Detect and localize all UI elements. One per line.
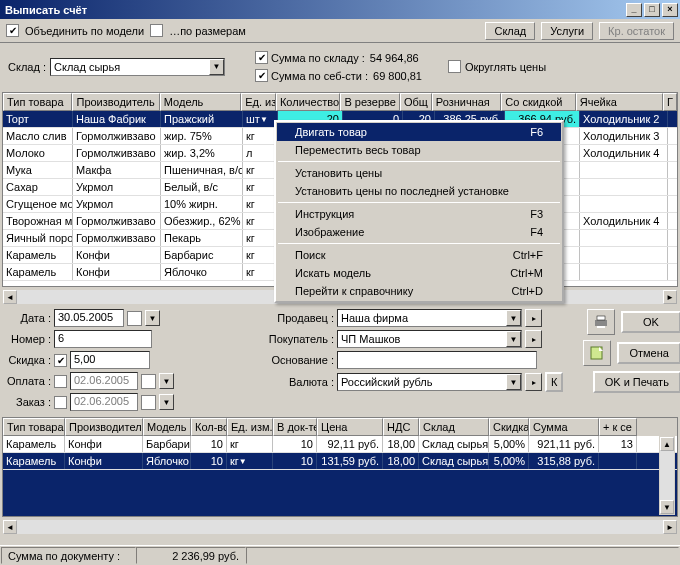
cell: кг	[243, 162, 278, 178]
col-header[interactable]: Розничная	[432, 93, 501, 111]
print-icon-button[interactable]	[587, 309, 615, 335]
col-header[interactable]: Скидка	[489, 418, 529, 436]
col-header[interactable]: Ячейка	[576, 93, 663, 111]
osnov-input[interactable]	[337, 351, 537, 369]
valuta-combo[interactable]: Российский рубль▼	[337, 373, 522, 391]
sum-sklad-value: 54 964,86	[370, 52, 419, 64]
tab-kr-ostatok[interactable]: Кр. остаток	[599, 22, 674, 40]
col-header[interactable]: Производитель	[72, 93, 159, 111]
col-header[interactable]: Общ	[400, 93, 432, 111]
menu-separator	[278, 161, 560, 162]
col-header[interactable]: В док-те	[273, 418, 317, 436]
col-header[interactable]: Ед. изм	[241, 93, 276, 111]
sklad-combo[interactable]: Склад сырья ▼	[50, 58, 225, 76]
col-header[interactable]: + к се	[599, 418, 637, 436]
hscroll-left-icon[interactable]: ◄	[3, 290, 17, 304]
col-header[interactable]: Кол-во	[191, 418, 227, 436]
cancel-button[interactable]: Отмена	[617, 342, 680, 364]
col-header[interactable]: Тип товара	[3, 93, 72, 111]
cell: Карамель	[3, 264, 73, 280]
valuta-lookup-icon[interactable]: ▸	[525, 373, 542, 391]
menu-item[interactable]: Двигать товарF6	[277, 123, 561, 141]
doc-lines-grid[interactable]: Тип товараПроизводительМодельКол-воЕд. и…	[2, 417, 678, 517]
col-header[interactable]: Со скидкой	[501, 93, 575, 111]
menu-item[interactable]: ПоискCtrl+F	[277, 246, 561, 264]
table-row[interactable]: КарамельКонфиБарбарис10кг1092,11 руб.18,…	[3, 436, 677, 453]
menu-item-label: Инструкция	[295, 208, 512, 220]
zakaz-picker-icon[interactable]	[141, 395, 156, 410]
zakaz-input[interactable]: 02.06.2005	[70, 393, 138, 411]
menu-item[interactable]: ИзображениеF4	[277, 223, 561, 241]
tab-uslugi[interactable]: Услуги	[541, 22, 593, 40]
prodavec-combo[interactable]: Наша фирма▼	[337, 309, 522, 327]
date-drop-icon[interactable]: ▼	[145, 310, 160, 326]
prodavec-drop-icon[interactable]: ▼	[506, 310, 521, 326]
cell: 10	[273, 436, 317, 452]
sum-sklad-checkbox[interactable]: ✔	[255, 51, 268, 64]
col-header[interactable]: Сумма	[529, 418, 599, 436]
oplata-drop-icon[interactable]: ▼	[159, 373, 174, 389]
cell: кг	[243, 128, 278, 144]
col-header[interactable]: Склад	[419, 418, 489, 436]
menu-item[interactable]: ИнструкцияF3	[277, 205, 561, 223]
hscroll-right-icon[interactable]: ►	[663, 290, 677, 304]
menu-item[interactable]: Искать модельCtrl+M	[277, 264, 561, 282]
cell	[599, 453, 637, 469]
col-header[interactable]: В резерве	[340, 93, 400, 111]
round-prices-checkbox[interactable]	[448, 60, 461, 73]
table-row[interactable]: КарамельКонфиЯблочко10кг ▼10131,59 руб.1…	[3, 453, 677, 470]
prodavec-lookup-icon[interactable]: ▸	[525, 309, 542, 327]
nomer-input[interactable]: 6	[54, 330, 152, 348]
col-header-extra[interactable]: Г	[663, 93, 677, 111]
zakaz-drop-icon[interactable]: ▼	[159, 394, 174, 410]
sum-seb-checkbox[interactable]: ✔	[255, 69, 268, 82]
valuta-drop-icon[interactable]: ▼	[506, 374, 521, 390]
by-sizes-checkbox[interactable]	[150, 24, 163, 37]
cell: 131,59 руб.	[317, 453, 383, 469]
ok-print-button[interactable]: OK и Печать	[593, 371, 680, 393]
oplata-checkbox[interactable]	[54, 375, 67, 388]
maximize-button[interactable]: □	[644, 3, 660, 17]
cell: л	[243, 145, 278, 161]
cell: Мука	[3, 162, 73, 178]
date-input[interactable]: 30.05.2005	[54, 309, 124, 327]
close-button[interactable]: ×	[662, 3, 678, 17]
vscroll-down-icon[interactable]: ▼	[660, 500, 674, 514]
pokup-drop-icon[interactable]: ▼	[506, 331, 521, 347]
merge-by-model-checkbox[interactable]: ✔	[6, 24, 19, 37]
col-header[interactable]: Цена	[317, 418, 383, 436]
zakaz-checkbox[interactable]	[54, 396, 67, 409]
context-menu[interactable]: Двигать товарF6Переместить весь товарУст…	[274, 120, 564, 303]
menu-item[interactable]: Установить цены	[277, 164, 561, 182]
tab-sklad[interactable]: Склад	[485, 22, 535, 40]
k-button[interactable]: К	[545, 372, 563, 392]
sheet-icon-button[interactable]	[583, 340, 611, 366]
col-header[interactable]: Модель	[143, 418, 191, 436]
skidka-input[interactable]: 5,00	[70, 351, 150, 369]
doc-lines-body[interactable]: КарамельКонфиБарбарис10кг1092,11 руб.18,…	[3, 436, 677, 516]
col-header[interactable]: Количество	[276, 93, 341, 111]
oplata-input[interactable]: 02.06.2005	[70, 372, 138, 390]
menu-item[interactable]: Перейти к справочникуCtrl+D	[277, 282, 561, 300]
status-label: Сумма по документу :	[1, 547, 136, 564]
col-header[interactable]: Тип товара	[3, 418, 65, 436]
ok-button[interactable]: OK	[621, 311, 680, 333]
menu-item[interactable]: Переместить весь товар	[277, 141, 561, 159]
skidka-checkbox[interactable]: ✔	[54, 354, 67, 367]
oplata-picker-icon[interactable]	[141, 374, 156, 389]
hscroll2-left-icon[interactable]: ◄	[3, 520, 17, 534]
date-picker-icon[interactable]	[127, 311, 142, 326]
menu-item[interactable]: Установить цены по последней установке	[277, 182, 561, 200]
sklad-drop-icon[interactable]: ▼	[209, 59, 224, 75]
col-header[interactable]: НДС	[383, 418, 419, 436]
col-header[interactable]: Модель	[160, 93, 241, 111]
col-header[interactable]: Ед. изм.	[227, 418, 273, 436]
hscroll2-right-icon[interactable]: ►	[663, 520, 677, 534]
col-header[interactable]: Производитель	[65, 418, 143, 436]
status-bar: Сумма по документу : 2 236,99 руб.	[0, 545, 680, 565]
vscroll-up-icon[interactable]: ▲	[660, 437, 674, 451]
minimize-button[interactable]: _	[626, 3, 642, 17]
pokup-combo[interactable]: ЧП Машков▼	[337, 330, 522, 348]
cell: Конфи	[73, 247, 161, 263]
pokup-lookup-icon[interactable]: ▸	[525, 330, 542, 348]
